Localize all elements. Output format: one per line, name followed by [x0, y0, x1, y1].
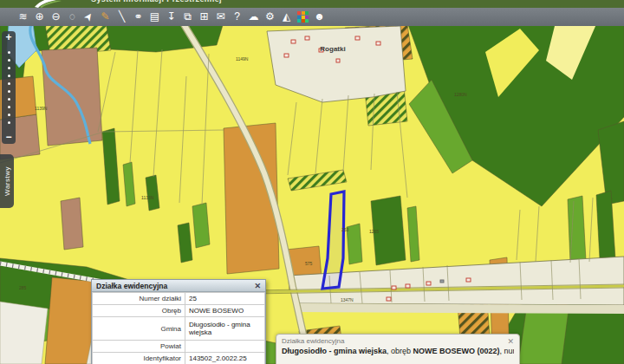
attribute-value: NOWE BOSEWO — [185, 305, 265, 317]
layout-panels-icon[interactable]: ⊞ — [198, 10, 210, 23]
parcel-number-label: 253 — [341, 227, 349, 232]
parcel-number-label: 575 — [305, 261, 313, 266]
parcel-number-label: 1280N — [454, 92, 467, 97]
parcel-attribute-row: Identyfikator143502_2.0022.25 — [93, 353, 265, 364]
attribute-label: Identyfikator — [93, 353, 185, 364]
message-icon[interactable]: ✉ — [215, 10, 226, 23]
bottom-bar-close-icon[interactable]: ✕ — [507, 337, 514, 346]
attribute-label: Gmina — [93, 317, 185, 341]
zoom-control: + − — [2, 31, 16, 144]
parcel-number-label: 1133N — [141, 195, 154, 200]
parcel-number-label: 1347N — [341, 297, 354, 302]
cloud-icon[interactable]: ☁ — [248, 10, 259, 23]
select-area-icon[interactable]: ◌ — [67, 10, 78, 23]
pointer-icon[interactable]: ➤ — [81, 9, 98, 25]
attribute-label: Powiat — [93, 341, 185, 353]
zoom-out-icon[interactable]: ⊖ — [50, 10, 62, 23]
measure-icon[interactable]: ╲ — [116, 10, 127, 23]
parcel-number-label: 1149N — [236, 56, 249, 62]
link-icon[interactable]: ⚭ — [133, 10, 144, 23]
help-icon[interactable]: ? — [231, 10, 243, 23]
attribute-value: 25 — [185, 293, 265, 305]
app-title: System Informacji Przestrzennej — [91, 0, 222, 3]
attribute-value: 143502_2.0022.25 — [185, 353, 265, 364]
parcel-attribute-row: Numer działki25 — [93, 293, 265, 305]
popup-close-icon[interactable]: ✕ — [254, 282, 261, 290]
bottom-info-bar: Działka ewidencyjna ✕ Długosiodło - gmin… — [276, 334, 520, 364]
legend-color-grid — [297, 11, 309, 23]
bottom-bar-title: Działka ewidencyjna — [282, 337, 514, 345]
toolbar: ≋⊕⊖◌➤✎╲⚭▤↧⧉⊞✉?☁⚙◭☻ — [0, 8, 624, 26]
parcel-popup-title: Działka ewidencyjna — [96, 282, 254, 290]
duplicate-view-icon[interactable]: ⧉ — [182, 10, 193, 23]
attribute-label: Numer działki — [93, 293, 185, 305]
app-header: System Informacji Przestrzennej — [0, 0, 624, 8]
summary-segment: , obręb — [387, 347, 413, 355]
zoom-slider[interactable] — [2, 44, 16, 131]
attribute-value — [185, 341, 265, 353]
attribute-value: Długosiodło - gmina wiejska — [185, 317, 265, 341]
parcel-number-label: 1139N — [35, 106, 48, 111]
parcel-attribute-row: Powiat — [93, 341, 265, 353]
attribute-label: Obręb — [93, 305, 185, 317]
parcel-summary-line: Długosiodło - gmina wiejska, obręb NOWE … — [282, 347, 514, 355]
download-icon[interactable]: ↧ — [166, 10, 177, 23]
parcel-number-label: 1265 — [369, 229, 379, 234]
layers-icon[interactable]: ≋ — [17, 10, 29, 23]
parcel-attribute-row: ObrębNOWE BOSEWO — [93, 305, 265, 317]
parcel-number-label: 285 — [19, 285, 27, 290]
parcel-popup-titlebar[interactable]: Działka ewidencyjna ✕ — [92, 280, 265, 292]
zoom-out-button[interactable]: − — [2, 131, 16, 144]
layers-panel-tab[interactable]: Warstwy — [0, 154, 14, 208]
layers-tab-label: Warstwy — [3, 166, 11, 196]
legend-icon[interactable] — [297, 10, 309, 23]
summary-segment: NOWE BOSEWO (0022) — [413, 347, 500, 355]
summary-segment: , numer dz. — [500, 347, 514, 355]
app-logo-icon — [33, 0, 64, 8]
zoom-in-button[interactable]: + — [2, 31, 16, 44]
compare-icon[interactable]: ◭ — [281, 10, 292, 23]
print-icon[interactable]: ▤ — [149, 10, 160, 23]
gis-application: { "header": { "title": "System Informacj… — [0, 0, 624, 364]
zoom-in-icon[interactable]: ⊕ — [34, 10, 45, 23]
settings-icon[interactable]: ⚙ — [264, 10, 276, 23]
place-label: Rogatki — [320, 45, 345, 53]
user-note-icon[interactable]: ☻ — [314, 10, 325, 23]
draw-icon[interactable]: ✎ — [100, 10, 111, 23]
parcel-attribute-row: GminaDługosiodło - gmina wiejska — [93, 317, 265, 341]
summary-segment: Długosiodło - gmina wiejska — [282, 347, 387, 355]
parcel-popup: Działka ewidencyjna ✕ Numer działki25Obr… — [91, 279, 266, 364]
toolbar-icons: ≋⊕⊖◌➤✎╲⚭▤↧⧉⊞✉?☁⚙◭☻ — [17, 10, 325, 23]
parcel-attributes-table: Numer działki25ObrębNOWE BOSEWOGminaDług… — [92, 292, 265, 364]
